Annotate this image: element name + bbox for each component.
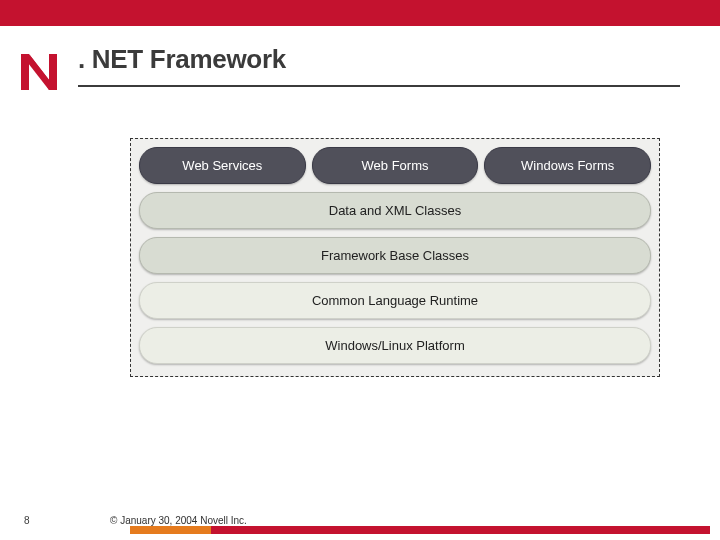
brand-top-bar (0, 0, 720, 26)
copyright-text: © January 30, 2004 Novell Inc. (110, 515, 247, 526)
stack-row-top: Web Services Web Forms Windows Forms (139, 147, 651, 184)
layer-platform: Windows/Linux Platform (139, 327, 651, 364)
diagram-area: Web Services Web Forms Windows Forms Dat… (130, 138, 660, 377)
layer-clr: Common Language Runtime (139, 282, 651, 319)
footer-accent-bar (130, 526, 710, 534)
slide-footer: 8 © January 30, 2004 Novell Inc. (0, 502, 720, 540)
framework-stack-diagram: Web Services Web Forms Windows Forms Dat… (130, 138, 660, 377)
logo-n-icon (17, 50, 61, 94)
layer-windows-forms: Windows Forms (484, 147, 651, 184)
page-title: . NET Framework (78, 44, 680, 87)
slide-header: . NET Framework (0, 26, 720, 94)
layer-web-services: Web Services (139, 147, 306, 184)
page-number: 8 (24, 515, 30, 526)
layer-base-classes: Framework Base Classes (139, 237, 651, 274)
layer-data-xml: Data and XML Classes (139, 192, 651, 229)
layer-web-forms: Web Forms (312, 147, 479, 184)
novell-logo (0, 44, 78, 94)
